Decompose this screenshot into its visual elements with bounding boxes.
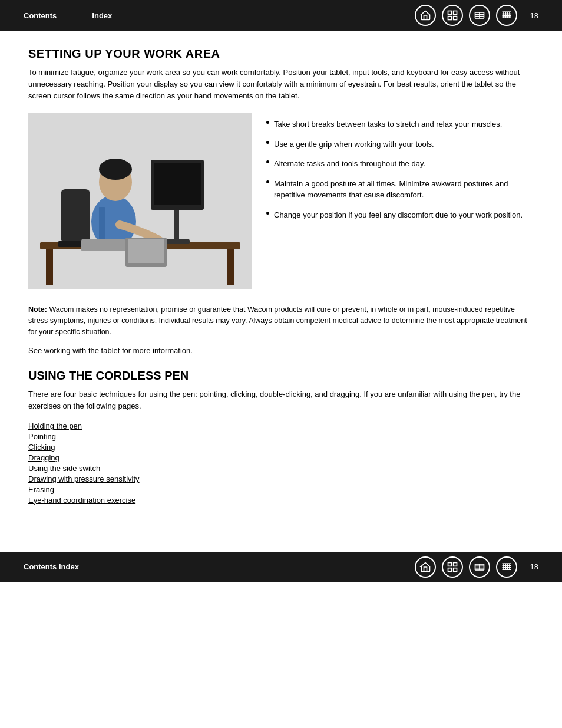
header-index-link[interactable]: Index [92, 11, 112, 20]
footer-nav-icons: 18 [415, 556, 538, 578]
header-grid2-icon[interactable] [469, 5, 490, 26]
link-dragging[interactable]: Dragging [28, 453, 534, 462]
bullet-text-2: Use a gentle grip when working with your… [274, 139, 434, 150]
link-pressure-sensitivity[interactable]: Drawing with pressure sensitivity [28, 475, 534, 483]
section1-two-col: Take short breaks between tasks to stret… [28, 113, 534, 291]
svg-rect-23 [174, 207, 179, 243]
svg-rect-1 [453, 11, 457, 15]
bullet-text-1: Take short breaks between tasks to stret… [274, 118, 502, 130]
header-grid1-icon[interactable] [442, 5, 463, 26]
person-desk-image [28, 113, 252, 291]
svg-rect-30 [99, 207, 105, 242]
link-side-switch[interactable]: Using the side switch [28, 464, 534, 473]
footer-contents-link[interactable]: Contents [24, 562, 57, 571]
see-also-prefix: See [28, 346, 44, 355]
footer-home-icon[interactable] [415, 556, 436, 578]
pen-techniques-links: Holding the pen Pointing Clicking Draggi… [28, 421, 534, 505]
header-nav-bar: Contents Index [0, 0, 562, 31]
footer-nav-links: Contents Index [24, 562, 79, 571]
link-erasing[interactable]: Erasing [28, 485, 534, 494]
ergonomics-bullets: Take short breaks between tasks to stret… [266, 118, 534, 220]
svg-rect-38 [453, 562, 457, 566]
svg-rect-2 [448, 17, 451, 20]
footer-nav-bar: Contents Index [0, 552, 562, 582]
link-eye-hand[interactable]: Eye-hand coordination exercise [28, 496, 534, 505]
svg-rect-36 [81, 239, 125, 251]
main-content: SETTING UP YOUR WORK AREA To minimize fa… [0, 31, 562, 516]
link-pointing[interactable]: Pointing [28, 432, 534, 441]
footer-grid2-icon[interactable] [469, 556, 490, 578]
note-text: Wacom makes no representation, promise o… [28, 305, 527, 336]
working-with-tablet-link[interactable]: working with the tablet [44, 346, 120, 355]
svg-rect-0 [448, 11, 451, 15]
bullet-item-4: Maintain a good posture at all times. Mi… [266, 178, 534, 201]
footer-grid3-icon[interactable] [496, 556, 517, 578]
bullet-text-3: Alternate tasks and tools throughout the… [274, 158, 425, 170]
header-page-number: 18 [530, 11, 538, 20]
link-clicking[interactable]: Clicking [28, 443, 534, 452]
see-also-suffix: for more information. [120, 346, 193, 355]
svg-rect-27 [61, 189, 90, 242]
header-nav-links: Contents Index [24, 11, 415, 20]
bullet-item-1: Take short breaks between tasks to stret… [266, 118, 534, 130]
footer-grid1-icon[interactable] [442, 556, 463, 578]
bullet-list-col: Take short breaks between tasks to stret… [266, 113, 534, 291]
see-also-paragraph: See working with the tablet for more inf… [28, 346, 534, 355]
header-nav-icons: 18 [415, 5, 538, 26]
note-label: Note: [28, 305, 47, 314]
section2-title: USING THE CORDLESS PEN [28, 369, 534, 383]
svg-rect-37 [448, 562, 451, 566]
svg-rect-21 [46, 249, 53, 285]
bullet-dot-3 [266, 160, 269, 163]
bullet-dot-2 [266, 141, 269, 144]
link-holding-pen[interactable]: Holding the pen [28, 421, 534, 430]
bullet-item-5: Change your position if you feel any dis… [266, 209, 534, 221]
bullet-dot-4 [266, 180, 269, 183]
svg-point-32 [99, 159, 132, 180]
bullet-text-5: Change your position if you feel any dis… [274, 209, 523, 221]
svg-rect-24 [164, 239, 190, 244]
footer-page-number: 18 [530, 562, 538, 571]
section1-body: To minimize fatigue, organize your work … [28, 67, 534, 102]
svg-rect-22 [227, 249, 234, 285]
section2-body: There are four basic techniques for usin… [28, 388, 534, 412]
bullet-item-2: Use a gentle grip when working with your… [266, 139, 534, 150]
section1-title: SETTING UP YOUR WORK AREA [28, 47, 534, 61]
svg-rect-26 [154, 163, 201, 205]
bullet-dot-5 [266, 212, 269, 215]
svg-rect-35 [128, 239, 164, 263]
note-section: Note: Wacom makes no representation, pro… [28, 304, 534, 337]
svg-rect-39 [448, 568, 451, 572]
header-contents-link[interactable]: Contents [24, 11, 57, 20]
footer-index-link[interactable]: Index [59, 562, 79, 571]
svg-rect-3 [453, 17, 457, 20]
header-grid3-icon[interactable] [496, 5, 517, 26]
bullet-dot-1 [266, 121, 269, 124]
header-home-icon[interactable] [415, 5, 436, 26]
bullet-item-3: Alternate tasks and tools throughout the… [266, 158, 534, 170]
svg-rect-40 [453, 568, 457, 572]
bullet-text-4: Maintain a good posture at all times. Mi… [274, 178, 534, 201]
